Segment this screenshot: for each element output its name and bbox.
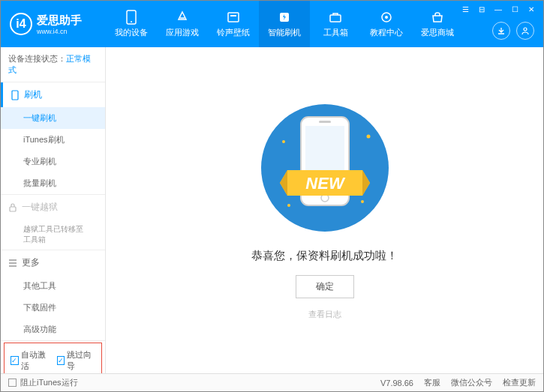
svg-point-1 <box>131 21 132 22</box>
sidebar-item-pro[interactable]: 专业刷机 <box>1 151 105 172</box>
checkbox-icon: ✓ <box>57 356 65 365</box>
sidebar-section-more[interactable]: 更多 <box>1 250 105 275</box>
svg-rect-9 <box>12 91 18 100</box>
nav-tabs: 我的设备 应用游戏 铃声壁纸 智能刷机 工具箱 教程中心 爱思商城 <box>106 1 463 47</box>
svg-rect-10 <box>10 207 16 211</box>
sidebar-item-itunes[interactable]: iTunes刷机 <box>1 129 105 151</box>
app-url: www.i4.cn <box>37 28 82 35</box>
logo-area: i4 爱思助手 www.i4.cn <box>1 13 106 35</box>
app-header: i4 爱思助手 www.i4.cn 我的设备 应用游戏 铃声壁纸 智能刷机 工具… <box>1 1 543 47</box>
svg-text:NEW: NEW <box>305 174 346 193</box>
main-content: NEW 恭喜您，保资料刷机成功啦！ 确定 查看日志 <box>106 47 543 373</box>
window-controls: ☰ ⊟ — ☐ ✕ <box>459 4 537 14</box>
sidebar-item-other[interactable]: 其他工具 <box>1 275 105 297</box>
wallpaper-icon <box>226 10 241 25</box>
checkbox-block-itunes[interactable] <box>8 379 17 387</box>
sidebar-item-firmware[interactable]: 下载固件 <box>1 297 105 319</box>
tab-my-device[interactable]: 我的设备 <box>106 1 157 47</box>
svg-rect-16 <box>319 121 331 123</box>
svg-point-7 <box>385 16 388 19</box>
flash-icon <box>277 10 292 25</box>
app-title: 爱思助手 <box>37 13 82 28</box>
phone-icon <box>124 10 139 25</box>
sidebar-item-batch[interactable]: 批量刷机 <box>1 172 105 194</box>
apps-icon <box>175 10 190 25</box>
toolbox-icon <box>328 10 343 25</box>
success-illustration: NEW <box>257 100 392 235</box>
block-itunes-label: 阻止iTunes运行 <box>20 377 78 388</box>
logo-icon: i4 <box>10 13 32 35</box>
svg-point-21 <box>361 200 364 203</box>
sidebar: 设备连接状态：正常模式 刷机 一键刷机 iTunes刷机 专业刷机 批量刷机 一… <box>1 47 106 373</box>
success-message: 恭喜您，保资料刷机成功啦！ <box>251 249 398 263</box>
sidebar-section-flash[interactable]: 刷机 <box>1 82 105 107</box>
sidebar-section-jailbreak[interactable]: 一键越狱 <box>1 195 105 220</box>
menu-icon[interactable]: ☰ <box>459 4 471 14</box>
minimize-icon[interactable]: — <box>492 4 504 14</box>
svg-rect-2 <box>228 13 239 22</box>
tutorial-icon <box>379 10 394 25</box>
tab-apps[interactable]: 应用游戏 <box>157 1 208 47</box>
list-icon <box>8 259 17 267</box>
sidebar-item-advanced[interactable]: 高级功能 <box>1 319 105 340</box>
checkbox-skip-guide[interactable]: ✓跳过向导 <box>57 349 96 372</box>
tab-flash[interactable]: 智能刷机 <box>259 1 310 47</box>
tab-ringtones[interactable]: 铃声壁纸 <box>208 1 259 47</box>
footer: 阻止iTunes运行 V7.98.66 客服 微信公众号 检查更新 <box>1 373 543 391</box>
connection-status: 设备连接状态：正常模式 <box>1 47 105 82</box>
service-link[interactable]: 客服 <box>424 377 440 388</box>
svg-rect-5 <box>330 15 341 22</box>
maximize-icon[interactable]: ☐ <box>509 4 521 14</box>
header-actions <box>492 22 534 40</box>
lock-icon <box>8 203 17 212</box>
tab-tutorials[interactable]: 教程中心 <box>361 1 412 47</box>
download-icon[interactable] <box>492 22 510 40</box>
svg-rect-3 <box>230 15 236 16</box>
checkbox-auto-activate[interactable]: ✓自动激活 <box>11 349 50 372</box>
svg-point-18 <box>282 140 285 143</box>
ok-button[interactable]: 确定 <box>296 275 354 298</box>
svg-point-8 <box>524 28 527 31</box>
jailbreak-note: 越狱工具已转移至 工具箱 <box>1 220 105 250</box>
version-label: V7.98.66 <box>380 379 413 388</box>
store-icon <box>430 10 445 25</box>
svg-point-20 <box>287 204 290 207</box>
checkbox-icon: ✓ <box>11 356 19 365</box>
view-log-link[interactable]: 查看日志 <box>308 309 341 320</box>
sidebar-item-oneclick[interactable]: 一键刷机 <box>1 107 105 129</box>
pin-icon[interactable]: ⊟ <box>476 4 488 14</box>
wechat-link[interactable]: 微信公众号 <box>451 377 492 388</box>
svg-point-19 <box>366 135 370 139</box>
user-icon[interactable] <box>516 22 534 40</box>
phone-small-icon <box>11 90 20 100</box>
tab-store[interactable]: 爱思商城 <box>412 1 463 47</box>
update-link[interactable]: 检查更新 <box>503 377 536 388</box>
options-box: ✓自动激活 ✓跳过向导 <box>4 343 102 373</box>
tab-toolbox[interactable]: 工具箱 <box>310 1 361 47</box>
close-icon[interactable]: ✕ <box>525 4 537 14</box>
